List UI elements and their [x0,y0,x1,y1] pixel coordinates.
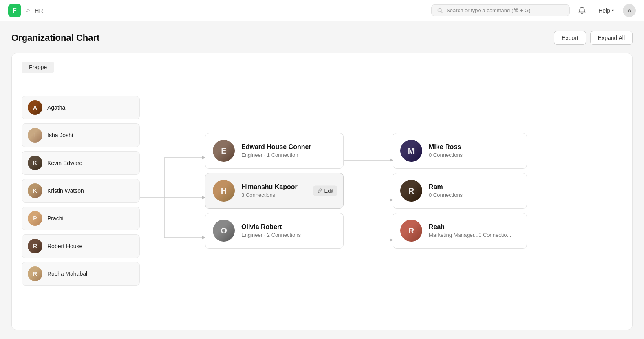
edit-button[interactable]: Edit [313,186,337,196]
person-card[interactable]: E Edward House Conner Engineer · 1 Conne… [205,133,344,169]
connector-left-mid [140,83,205,299]
person-info: Himanshu Kapoor 3 Connections [241,183,298,198]
person-name: Agatha [47,104,65,111]
svg-line-1 [441,11,442,13]
connector-svg-left-mid [140,83,205,297]
avatar: R [400,180,422,202]
person-name: Edward House Conner [241,143,311,151]
search-bar[interactable]: Search or type a command (⌘ + G) [431,4,570,16]
list-item[interactable]: K Kevin Edward [22,151,140,175]
list-item[interactable]: P Prachi [22,207,140,230]
user-avatar[interactable]: A [623,4,636,17]
search-icon [437,8,443,13]
breadcrumb-hr[interactable]: HR [35,7,43,14]
avatar: K [28,183,42,198]
connector-mid-right [344,108,393,273]
connector-svg-mid-right [344,108,393,271]
person-card[interactable]: R Ram 0 Connections [393,173,527,209]
expand-all-button[interactable]: Expand All [590,31,633,45]
person-info: Olivia Robert Engineer · 2 Connections [241,223,301,238]
page-header: Organizational Chart Export Expand All [11,31,633,45]
export-button[interactable]: Export [554,31,586,45]
search-placeholder: Search or type a command (⌘ + G) [446,7,530,13]
person-name: Mike Ross [429,143,463,151]
person-name: Rucha Mahabal [47,271,87,277]
person-subtitle: Engineer · 1 Connection [241,152,311,158]
person-card[interactable]: O Olivia Robert Engineer · 2 Connections [205,213,344,249]
chart-body: A Agatha I Isha Joshi K Kevin Edward K K… [22,83,622,299]
avatar: E [213,140,235,162]
top-nav: F > HR Search or type a command (⌘ + G) … [0,0,644,21]
person-name: Reah [429,223,511,231]
person-name: Isha Joshi [47,132,73,139]
cols-wrapper: A Agatha I Isha Joshi K Kevin Edward K K… [22,83,622,299]
avatar: O [213,220,235,242]
list-item[interactable]: A Agatha [22,96,140,119]
avatar: K [28,156,42,170]
person-name: Kristin Watson [47,187,84,194]
edit-icon [317,188,322,194]
person-name: Kevin Edward [47,160,82,166]
avatar: A [28,100,42,115]
header-actions: Export Expand All [554,31,633,45]
person-info: Edward House Conner Engineer · 1 Connect… [241,143,311,158]
person-name: Robert House [47,243,82,249]
person-card[interactable]: R Reah Marketing Manager...0 Connectio..… [393,213,527,249]
help-label: Help [598,7,610,14]
person-subtitle: Marketing Manager...0 Connectio... [429,232,511,238]
list-item[interactable]: I Isha Joshi [22,123,140,147]
avatar: I [28,128,42,143]
person-info: Mike Ross 0 Connections [429,143,463,158]
person-card[interactable]: M Mike Ross 0 Connections [393,133,527,169]
help-chevron-icon: ▾ [612,8,614,13]
avatar: P [28,211,42,226]
app-logo[interactable]: F [8,4,21,17]
person-name: Ram [429,183,463,191]
person-subtitle: 3 Connections [241,192,298,198]
group-label[interactable]: Frappe [22,62,54,73]
person-subtitle: 0 Connections [429,192,463,198]
help-button[interactable]: Help ▾ [594,5,618,16]
avatar: R [28,266,42,281]
main-content: Organizational Chart Export Expand All F… [0,21,644,339]
person-name: Olivia Robert [241,223,301,231]
person-subtitle: 0 Connections [429,152,463,158]
left-column: A Agatha I Isha Joshi K Kevin Edward K K… [22,96,140,286]
list-item[interactable]: K Kristin Watson [22,179,140,203]
list-item[interactable]: R Robert House [22,234,140,258]
avatar: R [28,239,42,253]
bell-icon[interactable] [575,3,589,18]
mid-column: E Edward House Conner Engineer · 1 Conne… [205,133,344,249]
person-info: Reah Marketing Manager...0 Connectio... [429,223,511,238]
avatar: M [400,140,422,162]
avatar: R [400,220,422,242]
list-item[interactable]: R Rucha Mahabal [22,262,140,286]
person-name: Prachi [47,215,64,222]
chart-container: Frappe A Agatha I Isha Joshi K Kevin Edw… [11,53,633,330]
breadcrumb-separator: > [26,7,30,14]
person-card[interactable]: H Himanshu Kapoor 3 Connections Edit [205,173,344,209]
page-title: Organizational Chart [11,33,99,43]
avatar: H [213,180,235,202]
person-subtitle: Engineer · 2 Connections [241,232,301,238]
person-name: Himanshu Kapoor [241,183,298,191]
right-column: M Mike Ross 0 Connections R Ram 0 Connec… [393,133,527,249]
person-info: Ram 0 Connections [429,183,463,198]
